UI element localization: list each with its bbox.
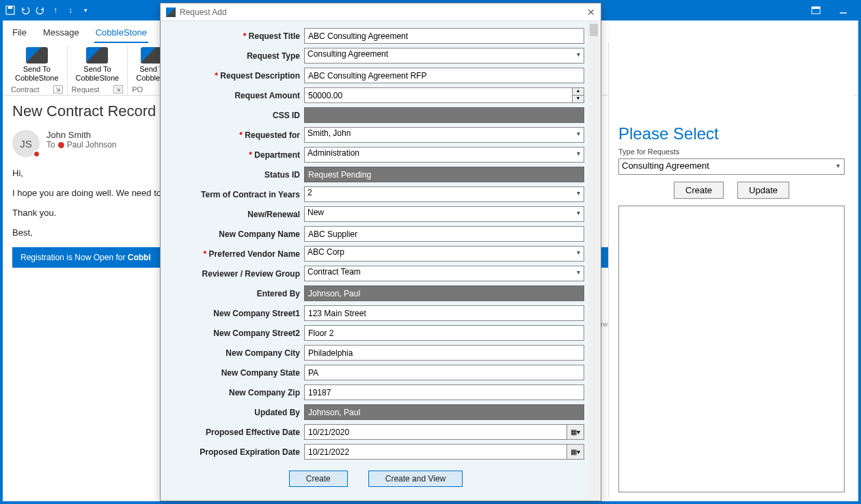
down-arrow-icon[interactable]: ↓	[64, 4, 77, 16]
request-type-select[interactable]: Consulting Agreement	[304, 48, 584, 64]
new-renewal-select[interactable]: New	[304, 206, 584, 222]
send-to-cobblestone-request-button[interactable]: Send To CobbleStone	[72, 46, 124, 84]
create-button[interactable]: Create	[289, 471, 348, 487]
to-line: To Paul Johnson	[46, 140, 116, 150]
requested-for-select[interactable]: Smith, John	[304, 127, 584, 143]
spin-down-icon[interactable]: ▼	[573, 96, 584, 102]
street1-input[interactable]	[304, 305, 584, 321]
update-button[interactable]: Update	[737, 182, 789, 199]
request-type-select[interactable]: Consulting Agreement ▾	[618, 158, 845, 175]
spin-up-icon[interactable]: ▲	[573, 88, 584, 96]
minimize-icon[interactable]	[830, 1, 857, 20]
app-icon	[166, 8, 176, 17]
expiration-date-input[interactable]: ▦▾	[304, 444, 584, 460]
undo-icon[interactable]	[19, 4, 31, 16]
preferred-vendor-select[interactable]: ABC Corp	[304, 246, 584, 262]
avatar: JS	[12, 130, 40, 157]
side-panel: Please Select Type for Requests Consulti…	[608, 42, 854, 497]
cobblestone-icon	[26, 47, 48, 64]
street2-input[interactable]	[304, 325, 584, 341]
create-and-view-button[interactable]: Create and View	[368, 471, 463, 487]
chevron-down-icon: ▾	[836, 162, 840, 169]
presence-dot-icon	[58, 142, 64, 148]
scrollbar-thumb[interactable]	[590, 24, 598, 36]
dialog-footer: Create Create and View	[167, 464, 584, 496]
ribbon-btn-label: Send To	[23, 65, 51, 74]
customize-icon[interactable]: ▾	[79, 4, 92, 16]
dialog-launcher-icon[interactable]: ⇲	[53, 85, 63, 94]
effective-date-input[interactable]: ▦▾	[304, 424, 584, 440]
request-add-dialog: Request Add ✕ * Request Title Request Ty…	[160, 3, 601, 501]
ribbon-group-request: Send To CobbleStone Request⇲	[68, 46, 128, 95]
presence-icon	[33, 150, 40, 158]
tab-cobblestone[interactable]: CobbleStone	[94, 25, 148, 43]
ribbon-btn-label: CobbleStone	[15, 74, 59, 83]
new-company-name-input[interactable]	[304, 226, 584, 242]
entered-by-input	[304, 285, 584, 301]
up-arrow-icon[interactable]: ↑	[49, 4, 62, 16]
ribbon-btn-label: CobbleStone	[76, 74, 120, 83]
state-input[interactable]	[304, 365, 584, 380]
from-name: John Smith	[46, 130, 116, 140]
side-panel-subtitle: Type for Requests	[618, 148, 845, 156]
calendar-icon[interactable]: ▦▾	[566, 444, 584, 460]
tab-file[interactable]: File	[11, 25, 28, 43]
save-icon[interactable]	[4, 4, 16, 16]
ribbon-group-label: Contract	[11, 85, 40, 94]
results-list[interactable]	[618, 206, 845, 492]
request-title-input[interactable]	[304, 28, 584, 44]
ribbon-group-label: Request	[72, 85, 100, 94]
status-id-input	[304, 167, 584, 182]
ribbon-options-icon[interactable]	[802, 1, 830, 20]
term-select[interactable]: 2	[304, 186, 584, 202]
svg-rect-3	[812, 7, 820, 9]
side-panel-title: Please Select	[618, 124, 845, 143]
cobblestone-icon	[86, 47, 108, 64]
send-to-cobblestone-contract-button[interactable]: Send To CobbleStone	[11, 46, 63, 84]
dialog-title: Request Add	[180, 8, 227, 17]
calendar-icon[interactable]: ▦▾	[566, 424, 584, 440]
svg-rect-1	[8, 6, 12, 9]
create-button[interactable]: Create	[674, 182, 724, 199]
request-description-input[interactable]	[304, 68, 584, 83]
reviewer-select[interactable]: Contract Team	[304, 266, 584, 281]
css-id-input	[304, 107, 584, 123]
dialog-titlebar: Request Add ✕	[161, 3, 601, 21]
scrollbar[interactable]	[588, 23, 599, 499]
ribbon-group-contract: Send To CobbleStone Contract⇲	[7, 46, 68, 95]
request-amount-stepper[interactable]: ▲▼	[304, 87, 584, 103]
dialog-launcher-icon[interactable]: ⇲	[113, 85, 123, 94]
dialog-body: * Request Title Request TypeConsulting A…	[161, 21, 601, 501]
close-icon[interactable]: ✕	[587, 7, 595, 18]
ribbon-group-label: PO	[132, 85, 143, 94]
redo-icon[interactable]	[34, 4, 46, 16]
updated-by-input	[304, 404, 584, 420]
city-input[interactable]	[304, 345, 584, 361]
zip-input[interactable]	[304, 384, 584, 400]
tab-message[interactable]: Message	[42, 25, 81, 43]
ribbon-btn-label: Send To	[83, 65, 111, 74]
department-select[interactable]: Administration	[304, 147, 584, 163]
